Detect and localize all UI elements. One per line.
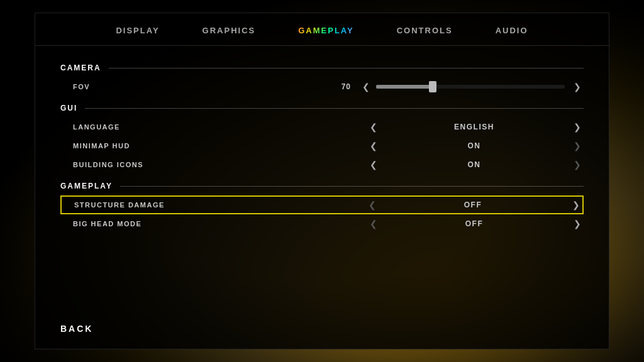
fov-slider-track[interactable] [376, 85, 565, 89]
gui-section-line [85, 108, 584, 109]
tab-controls[interactable]: CONTROLS [394, 25, 455, 36]
gameplay-section-line [120, 186, 584, 187]
language-left-arrow[interactable]: ❮ [365, 122, 380, 132]
building-icons-control: ❮ ON ❯ [319, 160, 584, 170]
minimap-control: ❮ ON ❯ [319, 141, 584, 151]
big-head-mode-row: BIG HEAD MODE ❮ OFF ❯ [60, 214, 584, 233]
language-row: LANGUAGE ❮ ENGLISH ❯ [60, 118, 584, 136]
gameplay-section-header: GAMEPLAY [60, 182, 584, 190]
fov-label: FOV [73, 83, 211, 90]
big-head-mode-right-arrow[interactable]: ❯ [569, 219, 584, 229]
gui-section-label: GUI [60, 104, 77, 112]
language-right-arrow[interactable]: ❯ [569, 122, 584, 132]
structure-damage-label: STRUCTURE DAMAGE [74, 201, 213, 209]
camera-section-header: CAMERA [60, 63, 584, 72]
big-head-mode-left-arrow[interactable]: ❮ [365, 219, 380, 229]
structure-damage-control: ❮ OFF ❯ [318, 200, 582, 210]
structure-damage-row: STRUCTURE DAMAGE ❮ OFF ❯ [60, 195, 584, 214]
back-button[interactable]: BACK [60, 324, 93, 334]
fov-left-arrow[interactable]: ❮ [357, 82, 372, 92]
tab-gameplay[interactable]: GAMEPLAY [296, 25, 356, 36]
minimap-left-arrow[interactable]: ❮ [365, 141, 380, 151]
building-icons-row: BUILDING ICONS ❮ ON ❯ [60, 155, 584, 174]
minimap-value: ON [380, 141, 569, 150]
building-icons-left-arrow[interactable]: ❮ [365, 160, 380, 170]
gui-section-header: GUI [60, 104, 584, 112]
big-head-mode-value: OFF [380, 219, 569, 228]
big-head-mode-label: BIG HEAD MODE [73, 220, 211, 228]
building-icons-right-arrow[interactable]: ❯ [569, 160, 584, 170]
structure-damage-value: OFF [379, 200, 567, 209]
gameplay-section-label: GAMEPLAY [60, 182, 113, 190]
fov-row: FOV 70 ❮ ❯ [60, 77, 584, 96]
minimap-label: MINIMAP HUD [73, 142, 211, 150]
minimap-right-arrow[interactable]: ❯ [569, 141, 584, 151]
language-value: ENGLISH [380, 123, 569, 131]
tab-display[interactable]: DISPLAY [113, 25, 162, 36]
camera-section-label: CAMERA [60, 63, 101, 72]
structure-damage-right-arrow[interactable]: ❯ [567, 200, 582, 210]
tab-audio[interactable]: AUDIO [493, 25, 531, 36]
building-icons-label: BUILDING ICONS [73, 161, 211, 168]
tab-graphics[interactable]: GRAPHICS [200, 25, 258, 36]
settings-panel: DISPLAY GRAPHICS GAMEPLAY CONTROLS AUDIO… [35, 13, 609, 349]
minimap-row: MINIMAP HUD ❮ ON ❯ [60, 136, 584, 155]
language-control: ❮ ENGLISH ❯ [319, 122, 584, 132]
big-head-mode-control: ❮ OFF ❯ [319, 219, 584, 229]
nav-bar: DISPLAY GRAPHICS GAMEPLAY CONTROLS AUDIO [35, 13, 609, 46]
fov-right-arrow[interactable]: ❯ [569, 82, 584, 92]
language-label: LANGUAGE [73, 123, 211, 131]
building-icons-value: ON [380, 160, 569, 169]
fov-slider-thumb[interactable] [429, 81, 436, 92]
structure-damage-left-arrow[interactable]: ❮ [364, 200, 379, 210]
fov-value: 70 [341, 82, 351, 91]
fov-control: 70 ❮ ❯ [319, 82, 584, 92]
settings-content: CAMERA FOV 70 ❮ ❯ GUI LANGUAGE [35, 46, 609, 243]
fov-slider-fill [376, 85, 433, 89]
camera-section-line [109, 68, 584, 69]
